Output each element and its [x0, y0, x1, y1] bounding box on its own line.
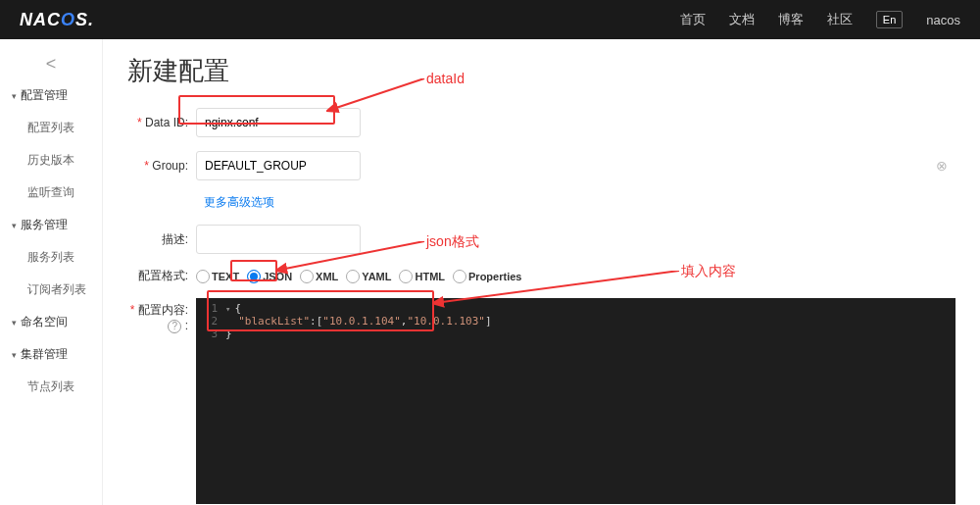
- nav-docs[interactable]: 文档: [729, 11, 755, 28]
- format-radio-yaml[interactable]: YAML: [346, 270, 391, 283]
- radio-label: HTML: [415, 271, 445, 282]
- sidebar-item-subscribers[interactable]: 订阅者列表: [0, 274, 102, 306]
- code-text: }: [225, 328, 232, 340]
- format-radio-json[interactable]: JSON: [247, 270, 292, 283]
- format-radio-html[interactable]: HTML: [399, 270, 445, 283]
- collapse-sidebar-icon[interactable]: <: [0, 49, 102, 79]
- line-number: 3: [196, 328, 225, 340]
- group-label: Group:: [127, 159, 196, 173]
- sidebar-item-config-list[interactable]: 配置列表: [0, 112, 102, 144]
- advanced-options-link[interactable]: 更多高级选项: [204, 194, 956, 211]
- radio-label: YAML: [362, 271, 391, 282]
- radio-label: TEXT: [212, 271, 239, 282]
- main-content: 新建配置 Data ID: Group: ⊗ 更多高级选项 描述: 配置格式: …: [103, 39, 980, 505]
- nav-home[interactable]: 首页: [680, 11, 706, 28]
- page-title: 新建配置: [127, 54, 956, 88]
- clear-icon[interactable]: ⊗: [936, 158, 948, 174]
- radio-icon: [196, 270, 210, 283]
- dataid-label: Data ID:: [127, 116, 196, 129]
- radio-icon: [399, 270, 413, 283]
- radio-icon: [453, 270, 466, 283]
- editor-line: 3}: [196, 328, 956, 340]
- sidebar-item-listen[interactable]: 监听查询: [0, 177, 102, 209]
- lang-switch[interactable]: En: [876, 11, 903, 28]
- sidebar-group-namespace[interactable]: 命名空间: [0, 306, 102, 338]
- code-text: ▾{: [225, 302, 241, 315]
- radio-icon: [247, 270, 261, 283]
- sidebar-group-service[interactable]: 服务管理: [0, 209, 102, 241]
- format-radio-text[interactable]: TEXT: [196, 270, 239, 283]
- sidebar: < 配置管理 配置列表 历史版本 监听查询 服务管理 服务列表 订阅者列表 命名…: [0, 39, 103, 505]
- sidebar-group-config[interactable]: 配置管理: [0, 79, 102, 112]
- group-input[interactable]: [196, 151, 361, 180]
- sidebar-group-cluster[interactable]: 集群管理: [0, 338, 102, 371]
- line-number: 1: [196, 302, 225, 315]
- nav-user[interactable]: nacos: [926, 13, 960, 27]
- format-radio-xml[interactable]: XML: [300, 270, 338, 283]
- radio-icon: [346, 270, 360, 283]
- dataid-input[interactable]: [196, 108, 361, 137]
- radio-icon: [300, 270, 314, 283]
- line-number: 2: [196, 315, 225, 328]
- radio-label: Properties: [468, 271, 521, 282]
- format-label: 配置格式:: [127, 268, 196, 284]
- radio-label: JSON: [263, 271, 292, 282]
- nav-blog[interactable]: 博客: [778, 11, 804, 28]
- nav-community[interactable]: 社区: [827, 11, 853, 28]
- help-icon[interactable]: ?: [168, 320, 181, 333]
- editor-line: 1▾{: [196, 302, 956, 315]
- top-nav: 首页 文档 博客 社区 En nacos: [680, 11, 960, 28]
- desc-input[interactable]: [196, 225, 361, 254]
- editor-line: 2 "blackList":["10.0.1.104","10.0.1.103"…: [196, 315, 956, 328]
- code-editor[interactable]: 1▾{2 "blackList":["10.0.1.104","10.0.1.1…: [196, 298, 956, 504]
- format-radio-properties[interactable]: Properties: [453, 270, 521, 283]
- sidebar-item-history[interactable]: 历史版本: [0, 144, 102, 177]
- content-label: 配置内容:? :: [127, 298, 196, 333]
- sidebar-item-service-list[interactable]: 服务列表: [0, 241, 102, 274]
- sidebar-item-nodes[interactable]: 节点列表: [0, 371, 102, 403]
- radio-label: XML: [316, 271, 338, 282]
- logo: NACOS.: [20, 10, 94, 30]
- format-radios: TEXTJSONXMLYAMLHTMLProperties: [196, 270, 521, 283]
- code-text: "blackList":["10.0.1.104","10.0.1.103"]: [225, 315, 492, 328]
- desc-label: 描述:: [127, 231, 196, 248]
- top-bar: NACOS. 首页 文档 博客 社区 En nacos: [0, 0, 980, 39]
